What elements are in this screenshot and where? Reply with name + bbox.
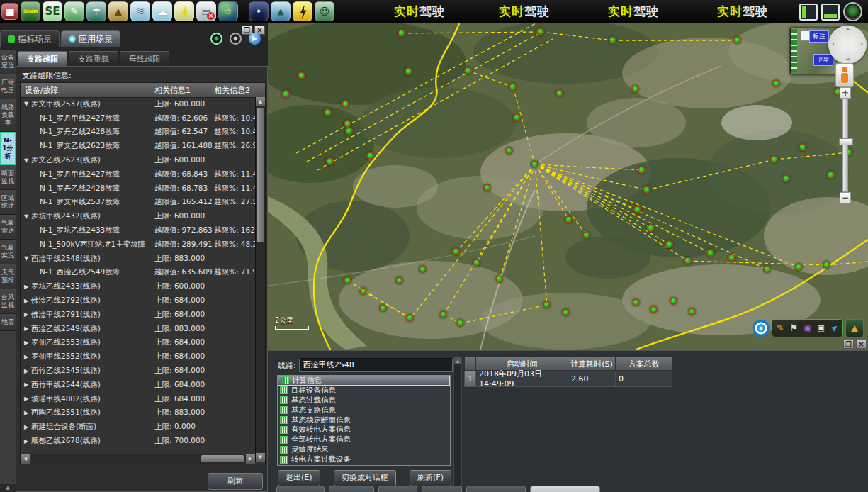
table-row[interactable]: ▶N-1_罗文乙线2623故障越限值: 161.488越限%: 26.9 [21, 139, 255, 153]
target-icon[interactable] [753, 320, 770, 337]
sidebar-scroll-up-icon[interactable]: ▲ [0, 484, 16, 492]
station-marker[interactable] [582, 231, 590, 239]
table-row[interactable]: ▶坡瑶甲线4802(线路)上限: 684.000 [21, 392, 255, 406]
layer-label-button[interactable]: 标注 [809, 30, 829, 43]
table-row[interactable]: ▶佛淦甲线2791(线路)上限: 684.000 [21, 308, 255, 322]
station-marker[interactable] [366, 152, 374, 160]
waves-icon[interactable]: ≋ [130, 1, 150, 21]
station-marker[interactable] [359, 287, 367, 295]
table-row[interactable]: ▶N-1_西淦乙线2549故障越限值: 635.609越限%: 71.9 [21, 266, 255, 280]
station-marker[interactable] [405, 67, 412, 75]
table-row[interactable]: ▶N-1_罗文甲线2537故障越限值: 165.412越限%: 27.5 [21, 196, 255, 210]
sidebar-item-气象雷达[interactable]: 气象雷达 [0, 215, 16, 240]
zoom-in-icon[interactable]: + [840, 87, 851, 99]
se-icon[interactable]: SE [43, 1, 62, 21]
sidebar-item-气象实况[interactable]: 气象实况 [0, 240, 16, 264]
list-item[interactable]: 全部转电方案信息 [278, 435, 450, 445]
station-marker[interactable] [665, 240, 673, 248]
mode-label-realtime-driving[interactable]: 实时驾驶 [499, 4, 550, 20]
table-row[interactable]: ▼罗文甲线2537(线路)上限: 600.000 [21, 97, 255, 111]
expand-icon[interactable]: ▶ [24, 311, 31, 318]
list-item[interactable]: 转电方案过载设备 [278, 454, 450, 464]
station-marker[interactable] [565, 216, 573, 223]
globe-icon[interactable]: ◔ [218, 1, 238, 21]
station-marker[interactable] [406, 314, 414, 322]
cloud-icon[interactable]: ☁ [152, 1, 172, 21]
pan-down-icon[interactable]: ⌄ [845, 53, 851, 62]
play-icon[interactable]: ▶ [249, 33, 261, 45]
footer-tab-3[interactable] [422, 486, 462, 492]
station-marker[interactable] [505, 147, 513, 155]
expand-icon[interactable]: ▶ [24, 410, 31, 416]
station-marker[interactable] [464, 67, 472, 74]
station-marker[interactable] [324, 108, 332, 116]
scroll-up-icon[interactable]: ▲ [256, 97, 265, 106]
subtab-1[interactable]: 支路重载 [69, 51, 118, 66]
station-marker[interactable] [456, 319, 464, 327]
station-marker[interactable] [398, 29, 405, 37]
table-row[interactable]: ▶罗仙甲线2552(线路)上限: 684.000 [21, 350, 255, 364]
expand-icon[interactable]: ▶ [24, 298, 31, 304]
stop-icon[interactable]: ■ [1, 3, 18, 20]
expand-icon[interactable]: ▶ [24, 381, 31, 388]
expand-icon[interactable]: ▶ [24, 354, 31, 360]
collapse-icon[interactable]: ▼ [24, 213, 31, 220]
collapse-icon[interactable]: ▼ [24, 255, 31, 262]
label-icon[interactable]: ▣ [815, 321, 827, 335]
edit-icon[interactable]: ✎ [64, 1, 84, 21]
station-marker[interactable] [772, 79, 780, 87]
bottom-scroll-up-icon[interactable]: ▲ [454, 357, 461, 364]
station-marker[interactable] [439, 311, 447, 318]
station-marker[interactable] [282, 90, 290, 98]
table-row[interactable]: ▶N-1_罗丹甲线2427故障越限值: 68.843越限%: 11.4 [21, 167, 255, 181]
list-item[interactable]: 基态稳定断面信息 [278, 415, 450, 425]
measure-icon[interactable]: ✎ [774, 321, 787, 335]
refresh-f-button[interactable]: 刷新(F) [410, 470, 451, 486]
station-marker[interactable] [650, 306, 658, 313]
exit-button[interactable]: 退出(E) [278, 470, 320, 486]
station-marker[interactable] [643, 186, 650, 194]
mode-label-realtime-driving[interactable]: 实时驾驶 [608, 4, 659, 20]
sidebar-item-线路负载率[interactable]: 线路负载率 [0, 99, 16, 132]
table-row[interactable]: ▶佛淦乙线2792(线路)上限: 684.000 [21, 293, 255, 308]
pegman-icon[interactable] [835, 63, 854, 87]
sidebar-item-厂站电压[interactable]: 厂站电压 [0, 74, 16, 99]
table-row[interactable]: ▶N-1_罗坑乙线2433故障越限值: 972.863越限%: 162 [21, 223, 255, 237]
tab-indicator-scene[interactable]: 指标场景 [0, 30, 60, 47]
network-icon[interactable]: ✦ [249, 1, 269, 21]
scenery-icon[interactable]: ▲ [271, 1, 291, 21]
sidebar-item-断面监视[interactable]: 断面监视 [0, 165, 16, 190]
station-marker[interactable] [632, 298, 640, 306]
zoom-handle[interactable] [839, 138, 853, 145]
station-marker[interactable] [344, 276, 351, 284]
chart-person-icon[interactable]: ▲ [845, 319, 864, 337]
list-item[interactable]: 基态过载信息 [278, 396, 450, 406]
pan-right-icon[interactable]: › [859, 39, 863, 48]
map-restore-icon[interactable]: ❐ [843, 340, 854, 349]
location-pin-icon[interactable]: ◉ [801, 321, 813, 335]
switch-to-dialog-button[interactable]: 切换成对话框 [334, 470, 396, 486]
rain-icon[interactable]: ☂ [86, 1, 106, 21]
station-marker[interactable] [326, 157, 334, 165]
station-marker[interactable] [706, 249, 714, 257]
sidebar-item-区域统计[interactable]: 区域统计 [0, 190, 16, 215]
footer-tab-1[interactable] [329, 486, 374, 492]
station-marker[interactable] [728, 254, 735, 262]
sidebar-item-天气预报[interactable]: 天气预报 [0, 264, 16, 289]
table-row[interactable]: ▶N-1_500kV西江站.#1主变故障越限值: 289.491越限%: 48.… [21, 237, 255, 252]
table-row[interactable]: ▼罗坑甲线2432(线路)上限: 600.000 [21, 209, 255, 223]
subtab-0[interactable]: 支路越限 [18, 51, 67, 66]
table-row[interactable]: ▶罗仙乙线2553(线路)上限: 684.000 [21, 336, 255, 350]
expand-icon[interactable]: ▶ [24, 325, 31, 332]
bolt-icon[interactable] [174, 1, 194, 21]
station-marker[interactable] [531, 160, 539, 168]
station-marker[interactable] [483, 184, 491, 191]
station-marker[interactable] [345, 127, 353, 135]
station-marker[interactable] [536, 28, 544, 35]
eye-icon[interactable] [843, 2, 862, 21]
station-marker[interactable] [342, 100, 349, 108]
result-row[interactable]: 12018年09月03日 14:49:092.600 [464, 371, 861, 387]
station-marker[interactable] [633, 206, 641, 213]
station-marker[interactable] [631, 85, 639, 93]
station-marker[interactable] [452, 247, 460, 255]
